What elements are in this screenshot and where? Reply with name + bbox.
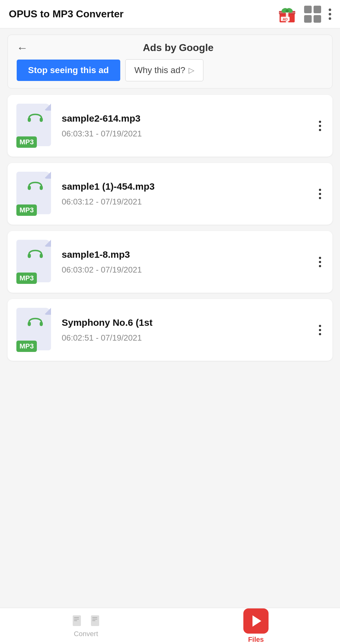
file-info-2: sample1-8.mp3 06:03:02 - 07/19/2021 xyxy=(62,249,309,275)
bottom-navigation: Convert Files xyxy=(0,608,340,644)
more-dot-3 xyxy=(319,265,321,267)
play-icon xyxy=(252,615,261,627)
dot-1 xyxy=(329,9,331,11)
app-title: OPUS to MP3 Converter xyxy=(9,8,124,20)
file-list: MP3 sample2-614.mp3 06:03:31 - 07/19/202… xyxy=(0,95,340,399)
more-options-icon[interactable] xyxy=(329,9,331,20)
svg-point-6 xyxy=(286,9,289,13)
svg-text:AD: AD xyxy=(283,17,288,21)
file-name: sample2-614.mp3 xyxy=(62,113,309,124)
more-dot-1 xyxy=(319,257,321,259)
dot-2 xyxy=(329,13,331,15)
more-dot-2 xyxy=(319,125,321,127)
svg-rect-9 xyxy=(28,118,31,122)
why-ad-button[interactable]: Why this ad? ▷ xyxy=(125,59,203,81)
file-meta: 06:03:12 - 07/19/2021 xyxy=(62,197,309,207)
file-card[interactable]: MP3 sample1-8.mp3 06:03:02 - 07/19/2021 xyxy=(8,231,332,293)
file-meta: 06:03:02 - 07/19/2021 xyxy=(62,265,309,275)
file-card[interactable]: MP3 Symphony No.6 (1st 06:02:51 - 07/19/… xyxy=(8,299,332,361)
mp3-badge: MP3 xyxy=(16,341,37,352)
nav-convert[interactable]: Convert xyxy=(71,614,100,638)
file-card[interactable]: MP3 sample2-614.mp3 06:03:31 - 07/19/202… xyxy=(8,95,332,157)
file-meta: 06:02:51 - 07/19/2021 xyxy=(62,333,309,343)
file-more-options[interactable] xyxy=(316,186,324,202)
convert-label: Convert xyxy=(74,630,98,638)
convert-file-icon xyxy=(87,614,100,628)
svg-rect-12 xyxy=(40,186,43,190)
file-more-options[interactable] xyxy=(316,322,324,338)
file-name: Symphony No.6 (1st xyxy=(62,317,309,328)
ads-by-google-label: Ads by Google xyxy=(33,42,323,54)
convert-icons xyxy=(71,614,100,628)
more-dot-3 xyxy=(319,129,321,131)
grid-cell-2 xyxy=(314,6,321,13)
more-dot-3 xyxy=(319,197,321,199)
back-button[interactable]: ← xyxy=(17,42,28,54)
ad-banner-header: ← Ads by Google xyxy=(17,42,323,54)
app-header: OPUS to MP3 Converter AD xyxy=(0,0,340,28)
svg-rect-18 xyxy=(74,617,79,618)
header-actions: AD xyxy=(278,5,331,24)
svg-rect-15 xyxy=(28,322,31,326)
svg-rect-24 xyxy=(92,620,95,621)
ad-gift-icon[interactable]: AD xyxy=(278,5,297,24)
svg-rect-19 xyxy=(74,619,79,619)
file-info-0: sample2-614.mp3 06:03:31 - 07/19/2021 xyxy=(62,113,309,139)
file-icon-0: MP3 xyxy=(16,104,54,148)
headphone-icon xyxy=(26,109,44,124)
svg-rect-13 xyxy=(28,254,31,258)
more-dot-2 xyxy=(319,193,321,195)
headphone-icon xyxy=(26,313,44,328)
file-more-options[interactable] xyxy=(316,118,324,134)
file-info-1: sample1 (1)-454.mp3 06:03:12 - 07/19/202… xyxy=(62,181,309,207)
more-dot-1 xyxy=(319,121,321,123)
svg-rect-20 xyxy=(74,620,77,621)
file-icon-1: MP3 xyxy=(16,172,54,216)
svg-rect-14 xyxy=(40,254,43,258)
more-dot-2 xyxy=(319,261,321,263)
file-icon-3: MP3 xyxy=(16,308,54,352)
svg-rect-11 xyxy=(28,186,31,190)
ad-banner: ← Ads by Google Stop seeing this ad Why … xyxy=(8,35,332,89)
file-icon-2: MP3 xyxy=(16,240,54,284)
svg-rect-10 xyxy=(40,118,43,122)
grid-view-icon[interactable] xyxy=(304,6,321,23)
convert-doc-icon xyxy=(71,614,85,628)
grid-cell-4 xyxy=(314,15,321,23)
grid-cell-1 xyxy=(304,6,312,13)
mp3-badge: MP3 xyxy=(16,273,37,284)
more-dot-1 xyxy=(319,325,321,327)
grid-cell-3 xyxy=(304,15,312,23)
files-label: Files xyxy=(248,635,264,644)
stop-ad-button[interactable]: Stop seeing this ad xyxy=(17,60,120,81)
dot-3 xyxy=(329,17,331,20)
more-dot-3 xyxy=(319,333,321,335)
more-dot-2 xyxy=(319,329,321,331)
svg-rect-22 xyxy=(92,617,97,618)
file-name: sample1 (1)-454.mp3 xyxy=(62,181,309,192)
files-play-button[interactable] xyxy=(243,608,269,634)
why-ad-arrow-icon: ▷ xyxy=(189,66,194,75)
headphone-icon xyxy=(26,245,44,260)
file-more-options[interactable] xyxy=(316,254,324,270)
nav-files[interactable]: Files xyxy=(243,608,269,644)
more-dot-1 xyxy=(319,189,321,191)
file-name: sample1-8.mp3 xyxy=(62,249,309,260)
svg-rect-16 xyxy=(40,322,43,326)
file-card[interactable]: MP3 sample1 (1)-454.mp3 06:03:12 - 07/19… xyxy=(8,163,332,225)
mp3-badge: MP3 xyxy=(16,204,37,216)
svg-rect-23 xyxy=(92,619,97,619)
headphone-icon xyxy=(26,177,44,192)
file-meta: 06:03:31 - 07/19/2021 xyxy=(62,129,309,139)
ad-banner-buttons: Stop seeing this ad Why this ad? ▷ xyxy=(17,59,323,81)
file-info-3: Symphony No.6 (1st 06:02:51 - 07/19/2021 xyxy=(62,317,309,343)
mp3-badge: MP3 xyxy=(16,136,37,148)
